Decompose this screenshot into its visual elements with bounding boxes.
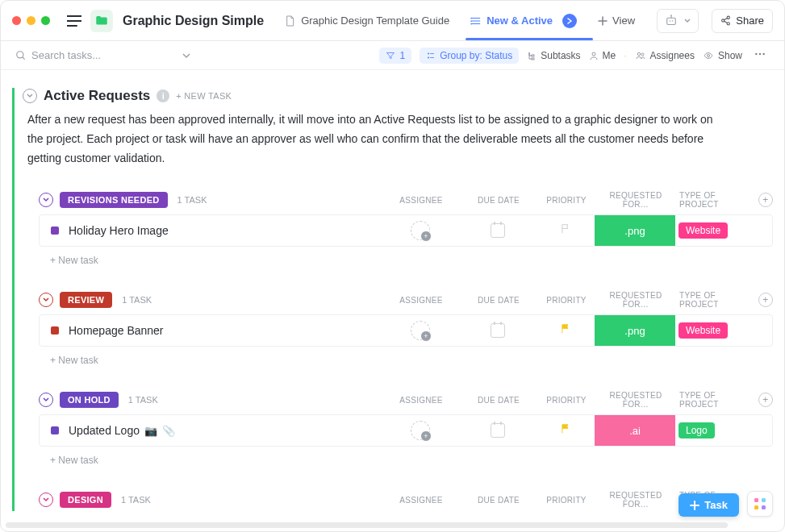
col-priority[interactable]: PRIORITY: [537, 296, 595, 305]
maximize-window-icon[interactable]: [41, 16, 50, 25]
me-button[interactable]: Me: [589, 50, 616, 61]
collapse-group-icon[interactable]: [39, 393, 53, 407]
collapse-section-icon[interactable]: [23, 89, 37, 103]
type-badge[interactable]: Website: [679, 222, 728, 239]
group-header: REVISIONS NEEDED 1 TASK ASSIGNEE DUE DAT…: [39, 189, 773, 211]
new-task-button[interactable]: + New task: [50, 355, 773, 366]
task-row[interactable]: Updated Logo 📷 📎 .ai Logo: [39, 414, 773, 447]
date-placeholder[interactable]: [491, 423, 505, 438]
type-badge[interactable]: Logo: [679, 422, 715, 438]
format-cell[interactable]: .ai: [595, 415, 675, 446]
new-task-button[interactable]: + New task: [50, 255, 773, 266]
menu-icon[interactable]: [65, 11, 84, 31]
svg-point-8: [428, 52, 429, 54]
collapse-group-icon[interactable]: [39, 193, 53, 207]
priority-flag-icon[interactable]: [560, 223, 571, 238]
folder-icon[interactable]: [90, 10, 113, 32]
new-task-button[interactable]: + New task: [50, 455, 773, 466]
attachment-icon[interactable]: 📎: [162, 425, 175, 437]
add-view-button[interactable]: View: [598, 15, 635, 27]
chevron-down-icon[interactable]: [182, 51, 191, 60]
fab-label: Task: [704, 499, 728, 511]
col-priority[interactable]: PRIORITY: [537, 496, 595, 505]
assignee-placeholder[interactable]: [411, 421, 430, 440]
share-button[interactable]: Share: [712, 9, 773, 33]
new-task-section-button[interactable]: + NEW TASK: [176, 91, 232, 101]
filter-pill[interactable]: 1: [379, 48, 411, 64]
col-format[interactable]: REQUESTED FOR…: [595, 291, 676, 309]
assignee-placeholder[interactable]: [411, 221, 430, 240]
minimize-window-icon[interactable]: [27, 16, 35, 25]
status-square-icon[interactable]: [51, 326, 59, 335]
automation-button[interactable]: [657, 9, 699, 33]
more-icon[interactable]: [750, 48, 770, 63]
status-chip[interactable]: REVISIONS NEEDED: [60, 192, 168, 208]
col-format[interactable]: REQUESTED FOR…: [595, 491, 676, 509]
svg-rect-21: [754, 505, 758, 509]
col-priority[interactable]: PRIORITY: [537, 196, 595, 205]
status-chip[interactable]: DESIGN: [60, 492, 111, 508]
col-format[interactable]: REQUESTED FOR…: [595, 191, 676, 209]
subtasks-button[interactable]: Subtasks: [527, 50, 580, 61]
svg-point-2: [470, 23, 472, 24]
tab-caret-icon[interactable]: [562, 14, 577, 28]
status-square-icon[interactable]: [51, 426, 59, 434]
task-row[interactable]: Homepage Banner .png Website: [39, 314, 773, 347]
collapse-group-icon[interactable]: [39, 493, 53, 507]
info-icon[interactable]: i: [157, 89, 169, 102]
doc-link-label: Graphic Design Template Guide: [301, 15, 449, 27]
tab-label: New & Active: [486, 15, 553, 27]
collapse-group-icon[interactable]: [39, 293, 53, 307]
col-assignee[interactable]: ASSIGNEE: [382, 496, 460, 505]
col-assignee[interactable]: ASSIGNEE: [382, 296, 460, 305]
col-format[interactable]: REQUESTED FOR…: [595, 391, 676, 409]
assignee-placeholder[interactable]: [411, 321, 430, 340]
search-input[interactable]: [31, 49, 144, 61]
content-area[interactable]: Active Requests i + NEW TASK After a new…: [1, 70, 784, 520]
assignees-button[interactable]: Assignees: [635, 50, 695, 61]
status-chip[interactable]: ON HOLD: [60, 392, 119, 408]
col-type[interactable]: TYPE OF PROJECT: [676, 191, 754, 209]
date-placeholder[interactable]: [491, 223, 505, 238]
horizontal-scrollbar[interactable]: [6, 522, 728, 528]
emoji-icon: 📷: [144, 425, 157, 437]
format-cell[interactable]: .png: [595, 315, 675, 346]
svg-point-5: [672, 20, 674, 22]
show-button[interactable]: Show: [703, 50, 742, 61]
doc-link[interactable]: Graphic Design Template Guide: [283, 15, 449, 27]
col-assignee[interactable]: ASSIGNEE: [382, 196, 460, 205]
add-column-button[interactable]: +: [758, 193, 773, 207]
add-column-button[interactable]: +: [758, 293, 773, 307]
add-view-label: View: [612, 15, 635, 27]
col-priority[interactable]: PRIORITY: [537, 396, 595, 405]
svg-rect-11: [532, 58, 534, 60]
type-badge[interactable]: Website: [679, 322, 728, 339]
priority-flag-icon[interactable]: [560, 323, 571, 338]
col-type[interactable]: TYPE OF PROJECT: [676, 391, 754, 409]
group-header: DESIGN 1 TASK ASSIGNEE DUE DATE PRIORITY…: [39, 488, 773, 511]
add-column-button[interactable]: +: [758, 393, 773, 407]
people-icon: [635, 51, 646, 60]
groupby-pill[interactable]: Group by: Status: [420, 48, 519, 64]
svg-rect-22: [762, 505, 766, 509]
format-cell[interactable]: .png: [595, 215, 675, 246]
col-due[interactable]: DUE DATE: [460, 396, 537, 405]
new-task-fab[interactable]: Task: [679, 493, 739, 517]
person-icon: [589, 51, 599, 60]
svg-point-15: [707, 54, 709, 56]
priority-flag-icon[interactable]: [560, 423, 571, 438]
col-due[interactable]: DUE DATE: [460, 296, 537, 305]
close-window-icon[interactable]: [12, 16, 21, 25]
col-due[interactable]: DUE DATE: [460, 196, 537, 205]
status-chip[interactable]: REVIEW: [60, 292, 112, 308]
date-placeholder[interactable]: [491, 323, 505, 338]
tab-new-active[interactable]: New & Active: [470, 2, 577, 39]
toolbar: 1 Group by: Status Subtasks Me · Assigne…: [1, 41, 784, 70]
col-type[interactable]: TYPE OF PROJECT: [676, 291, 754, 309]
task-count: 1 TASK: [122, 295, 152, 305]
apps-button[interactable]: [747, 491, 773, 517]
col-due[interactable]: DUE DATE: [460, 496, 537, 505]
col-assignee[interactable]: ASSIGNEE: [382, 396, 460, 405]
task-row[interactable]: Holiday Hero Image .png Website: [39, 214, 773, 247]
status-square-icon[interactable]: [51, 227, 59, 235]
